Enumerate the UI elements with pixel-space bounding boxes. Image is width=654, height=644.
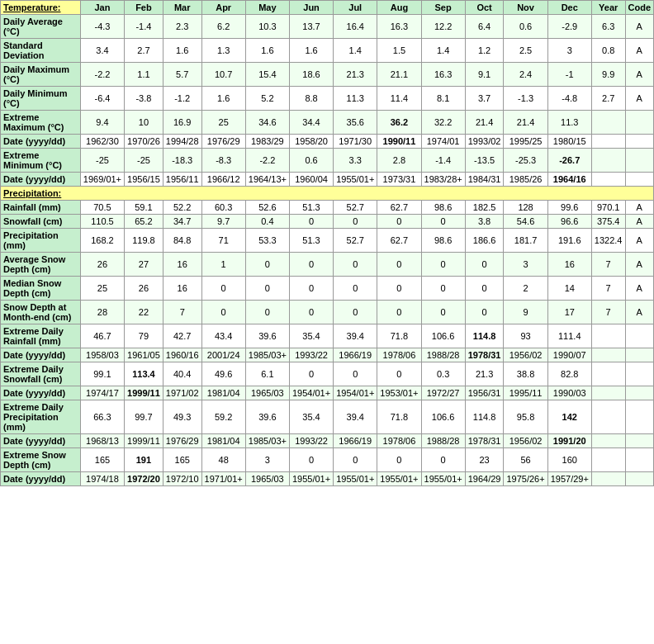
cell-value: 1993/22 — [289, 348, 333, 362]
cell-value: 0 — [201, 277, 245, 301]
cell-value: 2.5 — [504, 39, 547, 63]
col-sep: Sep — [421, 1, 465, 15]
cell-value: 11.3 — [334, 87, 377, 111]
cell-value: 1956/02 — [504, 434, 547, 448]
cell-value: 0 — [245, 277, 289, 301]
cell-value: 0 — [421, 301, 465, 324]
cell-value: 1958/03 — [80, 348, 124, 362]
row-label: Median Snow Depth (cm) — [1, 277, 81, 301]
cell-value: 1960/04 — [289, 173, 333, 187]
table-row: Extreme Daily Snowfall (cm)99.1113.440.4… — [1, 362, 654, 386]
cell-value: 59.1 — [125, 201, 164, 215]
cell-value: 34.7 — [163, 215, 201, 229]
cell-value: 1955/01+ — [334, 472, 377, 486]
cell-value: 62.7 — [377, 229, 421, 253]
cell-value: 1966/19 — [334, 348, 377, 362]
col-year: Year — [591, 1, 625, 15]
cell-value: 0 — [377, 362, 421, 386]
row-label: Precipitation (mm) — [1, 229, 81, 253]
cell-value: -25.3 — [504, 149, 547, 173]
cell-value: 0 — [377, 253, 421, 277]
cell-value: -8.3 — [201, 149, 245, 173]
row-label: Date (yyyy/dd) — [1, 434, 81, 448]
cell-value: -13.5 — [465, 149, 504, 173]
cell-value: 0 — [465, 253, 504, 277]
cell-value: 1999/11 — [125, 434, 164, 448]
cell-value: 71.8 — [377, 400, 421, 434]
cell-value — [625, 324, 654, 348]
table-row: Extreme Daily Rainfall (mm)46.77942.743.… — [1, 324, 654, 348]
cell-value: -3.8 — [125, 87, 164, 111]
cell-value: 1978/06 — [377, 348, 421, 362]
cell-value: 16.4 — [334, 15, 377, 39]
cell-value: -4.3 — [80, 15, 124, 39]
col-dec: Dec — [547, 1, 591, 15]
cell-value: 114.8 — [465, 324, 504, 348]
cell-value: -18.3 — [163, 149, 201, 173]
col-nov: Nov — [504, 1, 547, 15]
cell-value: 1.4 — [421, 39, 465, 63]
cell-value: 1974/18 — [80, 472, 124, 486]
cell-value: 21.4 — [465, 111, 504, 135]
cell-value: 71 — [201, 229, 245, 253]
cell-value: 52.7 — [334, 229, 377, 253]
cell-value: 53.3 — [245, 229, 289, 253]
table-row: Snowfall (cm)110.565.234.79.70.400003.85… — [1, 215, 654, 229]
cell-value: 52.6 — [245, 201, 289, 215]
row-label: Snow Depth at Month-end (cm) — [1, 301, 81, 324]
cell-value: 98.6 — [421, 229, 465, 253]
cell-value: 34.4 — [289, 111, 333, 135]
cell-value: 1990/03 — [547, 386, 591, 400]
cell-value — [591, 135, 625, 149]
table-row: Date (yyyy/dd)1974/181972/201972/101971/… — [1, 472, 654, 486]
cell-value: 0 — [334, 215, 377, 229]
cell-value: 1976/29 — [201, 135, 245, 149]
row-label: Standard Deviation — [1, 39, 81, 63]
cell-value: 1955/01+ — [289, 472, 333, 486]
cell-value: 71.8 — [377, 324, 421, 348]
cell-value: 186.6 — [465, 229, 504, 253]
table-row: Extreme Snow Depth (cm)16519116548300002… — [1, 448, 654, 472]
cell-value — [591, 324, 625, 348]
cell-value: 1978/31 — [465, 434, 504, 448]
table-row: Extreme Daily Precipitation (mm)66.399.7… — [1, 400, 654, 434]
cell-value — [591, 362, 625, 386]
cell-value: 0.8 — [591, 39, 625, 63]
cell-value: 0.4 — [245, 215, 289, 229]
cell-value: 51.3 — [289, 229, 333, 253]
cell-value — [591, 111, 625, 135]
cell-value: 1.6 — [163, 39, 201, 63]
cell-value: 1966/12 — [201, 173, 245, 187]
cell-value: 9.7 — [201, 215, 245, 229]
cell-value: 65.2 — [125, 215, 164, 229]
cell-value — [625, 111, 654, 135]
cell-value: 35.4 — [289, 400, 333, 434]
row-label: Date (yyyy/dd) — [1, 173, 81, 187]
cell-value: A — [625, 229, 654, 253]
table-row: Median Snow Depth (cm)25261600000002147A — [1, 277, 654, 301]
cell-value: 1954/01+ — [334, 386, 377, 400]
cell-value: 96.6 — [547, 215, 591, 229]
table-row: Date (yyyy/dd)1974/171999/111971/021981/… — [1, 386, 654, 400]
cell-value: 25 — [201, 111, 245, 135]
cell-value: 23 — [465, 448, 504, 472]
cell-value: 1980/15 — [547, 135, 591, 149]
cell-value: 27 — [125, 253, 164, 277]
cell-value — [625, 386, 654, 400]
cell-value: 98.6 — [421, 201, 465, 215]
cell-value: 1968/13 — [80, 434, 124, 448]
cell-value — [625, 448, 654, 472]
cell-value: 8.8 — [289, 87, 333, 111]
cell-value: 16 — [163, 253, 201, 277]
cell-value: 1972/10 — [163, 472, 201, 486]
cell-value: 1955/01+ — [334, 173, 377, 187]
cell-value: 1985/03+ — [245, 434, 289, 448]
table-row: Date (yyyy/dd)1958/031961/051960/162001/… — [1, 348, 654, 362]
cell-value: 9.4 — [80, 111, 124, 135]
cell-value: -4.8 — [547, 87, 591, 111]
cell-value: 1965/03 — [245, 386, 289, 400]
cell-value: -1 — [547, 63, 591, 87]
cell-value: 1971/30 — [334, 135, 377, 149]
cell-value: 0 — [245, 301, 289, 324]
col-apr: Apr — [201, 1, 245, 15]
